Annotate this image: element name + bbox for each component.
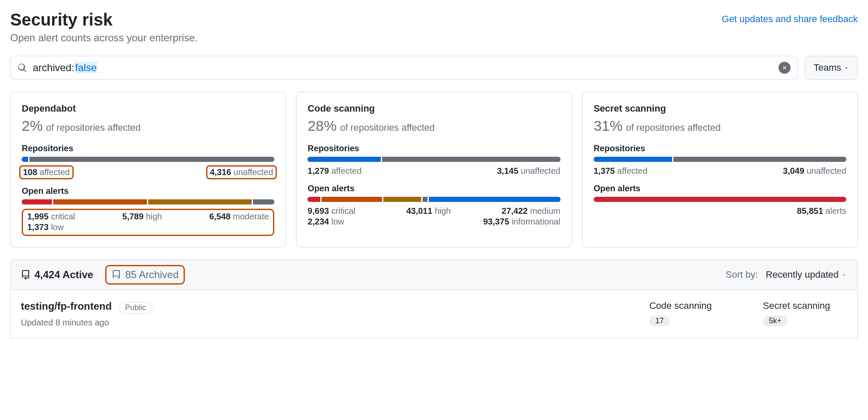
- search-input[interactable]: archived:false: [10, 56, 798, 80]
- card-dependabot: Dependabot 2% of repositories affected R…: [10, 92, 286, 247]
- teams-dropdown[interactable]: Teams: [805, 56, 858, 80]
- repo-secret-scanning-stat[interactable]: Secret scanning 5k+: [763, 300, 830, 326]
- percent-affected: 28%: [308, 118, 336, 134]
- page-subtitle: Open alert counts across your enterprise…: [10, 32, 198, 44]
- percent-affected: 31%: [594, 118, 623, 134]
- repositories-label: Repositories: [308, 144, 560, 153]
- clear-search-button[interactable]: [779, 62, 790, 74]
- repositories-label: Repositories: [594, 144, 846, 153]
- repositories-label: Repositories: [22, 144, 274, 153]
- affected-stat[interactable]: 1,279 affected: [308, 166, 361, 176]
- tab-active[interactable]: 4,424 Active: [21, 269, 93, 281]
- open-alerts-bar: [308, 197, 560, 202]
- affected-stat[interactable]: 1,375 affected: [594, 166, 647, 176]
- open-alerts-label: Open alerts: [594, 184, 846, 193]
- sort-dropdown[interactable]: Sort by: Recently updated: [726, 269, 847, 280]
- card-title: Dependabot: [22, 103, 274, 114]
- repo-icon: [21, 270, 30, 279]
- feedback-link[interactable]: Get updates and share feedback: [722, 14, 858, 25]
- unaffected-stat[interactable]: 3,145 unaffected: [497, 166, 560, 176]
- card-code-scanning: Code scanning 28% of repositories affect…: [296, 92, 572, 247]
- unaffected-stat[interactable]: 3,049 unaffected: [783, 166, 846, 176]
- critical-stat[interactable]: 9,693 critical: [308, 206, 355, 216]
- informational-stat[interactable]: 93,375 informational: [483, 217, 560, 227]
- unaffected-stat[interactable]: 4,316 unaffected: [206, 165, 277, 179]
- repositories-bar: [22, 157, 274, 162]
- repositories-bar: [594, 157, 846, 162]
- open-alerts-label: Open alerts: [22, 186, 274, 196]
- card-title: Secret scanning: [594, 103, 846, 114]
- repo-list-item[interactable]: testing/fp-frontend Public Updated 8 min…: [10, 290, 858, 338]
- medium-stat[interactable]: 27,422 medium: [502, 206, 560, 216]
- percent-affected: 2%: [22, 118, 43, 134]
- visibility-badge: Public: [119, 302, 152, 314]
- open-alerts-bar: [594, 197, 846, 202]
- open-alerts-bar: [22, 199, 274, 204]
- page-title: Security risk: [10, 10, 198, 29]
- caret-down-icon: [841, 272, 847, 278]
- low-stat[interactable]: 2,234 low: [308, 217, 344, 227]
- repositories-bar: [308, 157, 560, 162]
- alerts-breakdown[interactable]: 1,995 critical 5,789 high 6,548 moderate…: [22, 209, 274, 236]
- card-title: Code scanning: [308, 103, 560, 114]
- repo-name[interactable]: testing/fp-frontend: [21, 300, 112, 312]
- repo-code-scanning-stat[interactable]: Code scanning 17: [649, 300, 712, 326]
- open-alerts-label: Open alerts: [308, 184, 560, 193]
- repo-list-header: 4,424 Active 85 Archived Sort by: Recent…: [10, 259, 858, 290]
- affected-stat[interactable]: 108 affected: [19, 165, 74, 179]
- alerts-stat[interactable]: 85,851 alerts: [797, 206, 846, 216]
- close-icon: [782, 65, 788, 71]
- search-query: archived:false: [33, 62, 779, 74]
- archive-icon: [112, 270, 121, 279]
- repo-updated: Updated 8 minutes ago: [21, 318, 152, 328]
- tab-archived[interactable]: 85 Archived: [112, 269, 178, 281]
- search-icon: [17, 63, 27, 72]
- high-stat[interactable]: 43,011 high: [406, 206, 451, 216]
- card-secret-scanning: Secret scanning 31% of repositories affe…: [582, 92, 858, 247]
- caret-down-icon: [844, 65, 849, 70]
